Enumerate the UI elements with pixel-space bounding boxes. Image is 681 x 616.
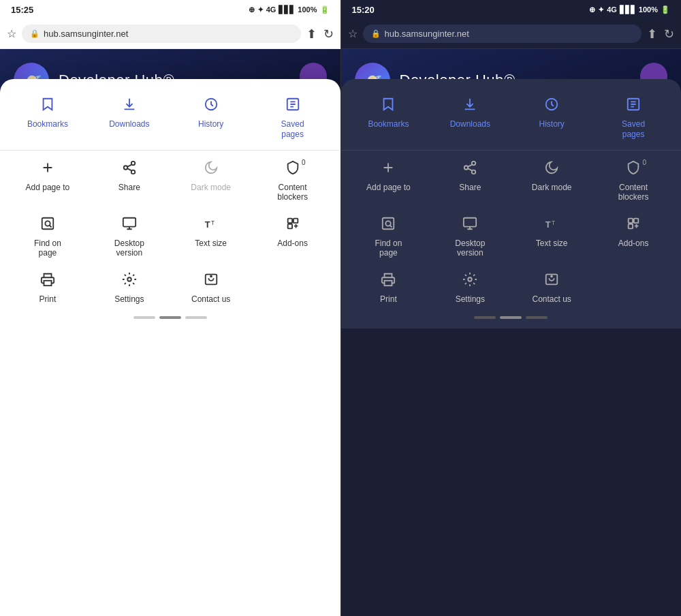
find-icon-light — [40, 216, 55, 235]
menu-bookmarks-dark[interactable]: Bookmarks — [358, 94, 419, 132]
menu-contact-light[interactable]: Contact us — [180, 269, 242, 307]
settings-label-light: Settings — [114, 294, 144, 304]
refresh-icon-light[interactable]: ↻ — [323, 27, 334, 42]
status-bar-dark: 15:20 ⊕ ✦ 4G ▋▋▋ 100% 🔋 — [341, 0, 682, 19]
dot1-light — [133, 316, 155, 319]
bookmarks-label-dark: Bookmarks — [368, 119, 409, 129]
menu-saved-light[interactable]: Savedpages — [262, 94, 323, 142]
menu-row4-light: Print Settings — [0, 265, 340, 311]
menu-share-dark[interactable]: Share — [439, 157, 501, 195]
bluetooth-icon: ⊕ — [249, 5, 255, 14]
dot3-light — [185, 316, 207, 319]
menu-history-light[interactable]: History — [180, 94, 242, 132]
addons-icon-light — [285, 216, 300, 235]
contact-label-light: Contact us — [191, 294, 230, 304]
textsize-icon-light: T T — [204, 216, 219, 235]
menu-contact-dark[interactable]: Contact us — [521, 269, 582, 307]
menu-downloads-light[interactable]: Downloads — [99, 94, 160, 132]
menu-addons-light[interactable]: Add-ons — [262, 213, 323, 251]
svg-point-4 — [131, 170, 136, 174]
star-bookmark-icon[interactable]: ☆ — [7, 27, 16, 40]
svg-point-19 — [464, 166, 469, 170]
desktop-icon-dark — [462, 216, 477, 235]
menu-dark-mode-light[interactable]: Dark mode — [180, 157, 242, 195]
browser-content-light: 🪐 Developer Hub® Welcome to the Develope… — [0, 49, 340, 328]
downloads-icon-dark — [462, 97, 477, 116]
svg-rect-13 — [44, 280, 51, 285]
battery-icon: 🔋 — [320, 5, 330, 14]
status-bar-light: 15:25 ⊕ ✦ 4G ▋▋▋ 100% 🔋 — [0, 0, 340, 19]
content-blockers-icon-light: 0 — [285, 160, 300, 179]
menu-add-page-dark[interactable]: Add page to — [358, 157, 419, 195]
refresh-icon-dark[interactable]: ↻ — [664, 27, 674, 42]
menu-add-page-light[interactable]: Add page to — [17, 157, 78, 195]
find-label-light: Find onpage — [34, 238, 61, 258]
status-time-light: 15:25 — [11, 5, 33, 15]
menu-history-dark[interactable]: History — [521, 94, 582, 132]
menu-content-blockers-dark[interactable]: 0 Contentblockers — [603, 157, 664, 205]
menu-share-light[interactable]: Share — [99, 157, 160, 195]
svg-rect-12 — [287, 224, 291, 228]
menu-print-dark[interactable]: Print — [358, 269, 419, 307]
svg-point-31 — [551, 275, 552, 277]
dot2-dark — [500, 316, 522, 319]
menu-bookmarks-light[interactable]: Bookmarks — [17, 94, 78, 132]
wifi-icon-dark: ✦ — [598, 5, 604, 14]
content-blockers-badge-dark: 0 — [643, 159, 647, 166]
addons-label-light: Add-ons — [277, 238, 308, 248]
bookmarks-icon-light — [40, 97, 55, 116]
svg-text:T: T — [552, 220, 555, 226]
svg-rect-11 — [293, 218, 297, 222]
desktop-label-dark: Desktopversion — [455, 238, 485, 258]
svg-text:T: T — [211, 220, 215, 226]
url-box-dark[interactable]: 🔒 hub.samsunginter.net — [363, 25, 642, 43]
bluetooth-icon-dark: ⊕ — [589, 5, 595, 14]
phone-dark: 15:20 ⊕ ✦ 4G ▋▋▋ 100% 🔋 ☆ 🔒 hub.samsungi… — [341, 0, 682, 616]
add-page-label-dark: Add page to — [366, 183, 411, 192]
contact-icon-light — [204, 272, 219, 291]
menu-dark-mode-dark[interactable]: Dark mode — [521, 157, 582, 195]
svg-text:T: T — [205, 219, 210, 229]
menu-top-row-dark: Bookmarks Downloads — [341, 90, 682, 151]
menu-print-light[interactable]: Print — [17, 269, 78, 307]
settings-icon-dark — [462, 272, 477, 291]
saved-label-dark: Savedpages — [622, 119, 645, 139]
status-icons-dark: ⊕ ✦ 4G ▋▋▋ 100% 🔋 — [589, 5, 670, 14]
addr-actions-light: ⬆ ↻ — [306, 27, 334, 42]
menu-settings-light[interactable]: Settings — [99, 269, 160, 307]
desktop-icon-light — [122, 216, 137, 235]
menu-textsize-light[interactable]: T T Text size — [180, 213, 242, 251]
status-time-dark: 15:20 — [352, 5, 375, 15]
dot3-dark — [526, 316, 548, 319]
settings-label-dark: Settings — [456, 294, 485, 304]
addons-label-dark: Add-ons — [618, 238, 649, 248]
share-addr-icon-light[interactable]: ⬆ — [306, 27, 317, 42]
share-label-light: Share — [118, 183, 140, 192]
history-label-dark: History — [539, 119, 565, 129]
share-icon-light — [122, 160, 137, 179]
svg-rect-28 — [629, 224, 633, 228]
menu-addons-dark[interactable]: Add-ons — [603, 213, 664, 251]
content-blockers-label-dark: Contentblockers — [618, 183, 649, 202]
downloads-icon-light — [122, 97, 137, 116]
menu-desktop-dark[interactable]: Desktopversion — [439, 213, 501, 261]
wifi-icon: ✦ — [257, 5, 264, 14]
content-blockers-badge-light: 0 — [302, 159, 306, 166]
menu-textsize-dark[interactable]: T T Text size — [521, 213, 582, 251]
menu-find-dark[interactable]: Find onpage — [358, 213, 419, 261]
bottom-dots-dark — [341, 311, 682, 322]
content-blockers-label-light: Contentblockers — [277, 183, 308, 202]
textsize-label-dark: Text size — [536, 238, 568, 248]
share-addr-icon-dark[interactable]: ⬆ — [647, 27, 657, 42]
menu-desktop-light[interactable]: Desktopversion — [99, 213, 160, 261]
menu-find-light[interactable]: Find onpage — [17, 213, 78, 261]
menu-downloads-dark[interactable]: Downloads — [439, 94, 501, 132]
url-box-light[interactable]: 🔒 hub.samsunginter.net — [22, 25, 301, 43]
menu-saved-dark[interactable]: Savedpages — [603, 94, 664, 142]
menu-row2-light: Add page to Share — [0, 153, 340, 209]
menu-content-blockers-light[interactable]: 0 Contentblockers — [262, 157, 323, 205]
address-bar-light: ☆ 🔒 hub.samsunginter.net ⬆ ↻ — [0, 19, 340, 49]
star-bookmark-icon-dark[interactable]: ☆ — [348, 27, 358, 40]
settings-icon-light — [122, 272, 137, 291]
menu-settings-dark[interactable]: Settings — [439, 269, 501, 307]
